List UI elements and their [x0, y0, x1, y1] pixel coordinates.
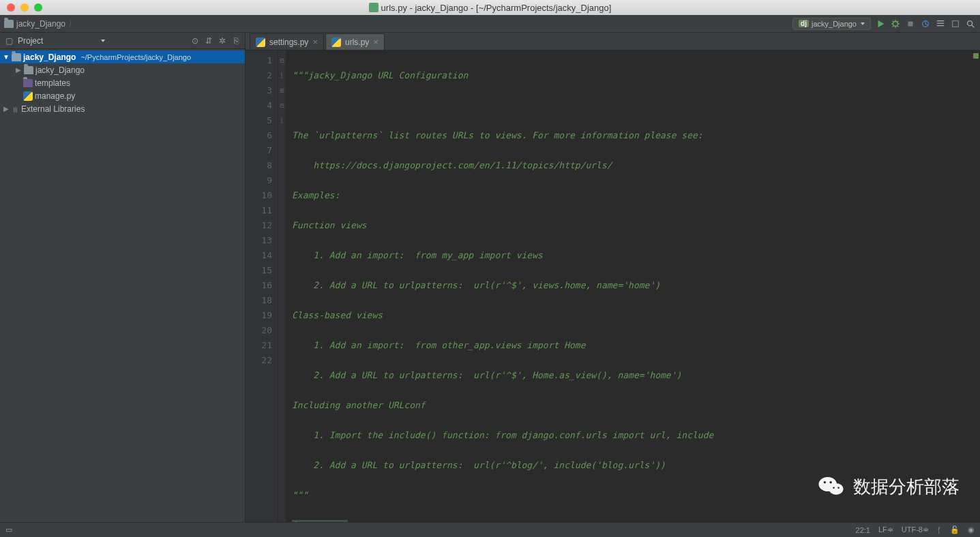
libraries-icon: ⫼: [12, 105, 19, 113]
structure-button[interactable]: [935, 18, 946, 29]
debug-button[interactable]: [890, 18, 901, 29]
svg-point-4: [968, 20, 972, 25]
expand-arrow-icon[interactable]: ▶: [15, 66, 22, 74]
run-button[interactable]: [875, 18, 886, 29]
project-tree[interactable]: ▼ jacky_Django ~/PycharmProjects/jacky_D…: [0, 49, 245, 522]
code-editor[interactable]: 123456789101112131415161819202122 ⊟⌊⊞⊟⌊ …: [246, 50, 980, 522]
update-button[interactable]: [920, 18, 931, 29]
project-tool-title[interactable]: Project: [18, 36, 95, 46]
close-icon[interactable]: ×: [312, 37, 318, 47]
readonly-lock-icon[interactable]: 🔓: [950, 525, 960, 534]
cursor-position[interactable]: 22:1: [856, 526, 870, 534]
navigation-bar: jacky_Django 〉 dj jacky_Django: [0, 15, 980, 33]
line-number-gutter[interactable]: 123456789101112131415161819202122: [246, 50, 278, 522]
window-titlebar: urls.py - jacky_Django - [~/PycharmProje…: [0, 0, 980, 15]
tree-item-label: manage.py: [35, 91, 75, 101]
toolbar-right: dj jacky_Django: [792, 18, 976, 30]
tree-item-label: templates: [35, 78, 70, 88]
window-title: urls.py - jacky_Django - [~/PycharmProje…: [0, 3, 980, 13]
settings-gear-icon[interactable]: ✲: [218, 36, 227, 46]
project-tool-window: ▢ Project ⊙ ⇵ ✲ ⎘ ▼ jacky_Django ~/Pycha…: [0, 33, 246, 522]
project-folder-icon: [12, 53, 21, 61]
window-title-text: urls.py - jacky_Django - [~/PycharmProje…: [381, 3, 612, 13]
tree-row[interactable]: manage.py: [0, 89, 245, 102]
scroll-from-source-icon[interactable]: ⊙: [190, 36, 200, 46]
tab-label: settings.py: [269, 37, 308, 47]
hide-tool-icon[interactable]: ⎘: [231, 36, 241, 46]
error-stripe[interactable]: [973, 50, 980, 522]
project-tool-header: ▢ Project ⊙ ⇵ ✲ ⎘: [0, 33, 245, 49]
fold-gutter[interactable]: ⊟⌊⊞⊟⌊: [278, 50, 286, 522]
expand-arrow-icon[interactable]: ▶: [3, 105, 10, 112]
collapse-all-icon[interactable]: ⇵: [204, 36, 213, 46]
tree-root-path: ~/PycharmProjects/jacky_Django: [80, 53, 191, 61]
tree-row[interactable]: ▶ jacky_Django: [0, 63, 245, 76]
svg-rect-1: [908, 21, 913, 26]
python-file-icon: [256, 37, 265, 47]
svg-point-0: [893, 21, 898, 26]
editor-area: settings.py × urls.py × 1234567891011121…: [246, 33, 980, 522]
folder-icon: [4, 20, 14, 28]
python-file-icon: [331, 37, 341, 47]
hide-button[interactable]: [950, 18, 961, 29]
status-left-icon[interactable]: ▭: [5, 525, 12, 534]
status-bar: ▭ 22:1 LF≑ UTF-8≑ ᚶ 🔓 ◉: [0, 522, 980, 537]
line-separator[interactable]: LF≑: [878, 525, 893, 534]
tree-root-row[interactable]: ▼ jacky_Django ~/PycharmProjects/jacky_D…: [0, 50, 245, 63]
expand-arrow-icon[interactable]: ▼: [3, 53, 10, 61]
tab-urls-py[interactable]: urls.py ×: [325, 33, 385, 50]
stop-button[interactable]: [905, 18, 916, 29]
python-file-icon: [23, 91, 33, 101]
inspection-ok-icon: [973, 53, 979, 59]
tree-item-label: jacky_Django: [35, 65, 85, 75]
git-branch-icon[interactable]: ᚶ: [937, 526, 942, 534]
svg-rect-3: [953, 20, 959, 27]
breadcrumb-root[interactable]: jacky_Django: [16, 19, 65, 29]
project-view-icon[interactable]: ▢: [4, 36, 14, 46]
chevron-right-icon: 〉: [68, 18, 76, 29]
editor-tabs: settings.py × urls.py ×: [246, 33, 980, 50]
tree-row[interactable]: templates: [0, 76, 245, 89]
file-icon: [369, 3, 378, 12]
tree-external-libraries[interactable]: ▶ ⫼ External Libraries: [0, 102, 245, 115]
code-content[interactable]: """jacky_Django URL Configuration The `u…: [286, 50, 980, 522]
run-config-label: jacky_Django: [812, 20, 857, 28]
chevron-down-icon: [861, 22, 865, 25]
breadcrumb[interactable]: jacky_Django 〉: [4, 18, 76, 29]
run-configuration-selector[interactable]: dj jacky_Django: [792, 18, 871, 30]
django-badge-icon: dj: [799, 20, 809, 27]
close-icon[interactable]: ×: [373, 37, 378, 47]
chevron-down-icon[interactable]: [101, 40, 105, 42]
tree-root-label: jacky_Django: [23, 52, 76, 62]
file-encoding[interactable]: UTF-8≑: [902, 525, 929, 534]
inspection-eye-icon[interactable]: ◉: [968, 525, 975, 534]
tab-settings-py[interactable]: settings.py ×: [250, 33, 324, 50]
templates-folder-icon: [23, 79, 33, 87]
folder-icon: [24, 66, 33, 74]
tree-item-label: External Libraries: [21, 104, 85, 114]
search-everywhere-button[interactable]: [965, 18, 976, 29]
tab-label: urls.py: [345, 37, 369, 47]
